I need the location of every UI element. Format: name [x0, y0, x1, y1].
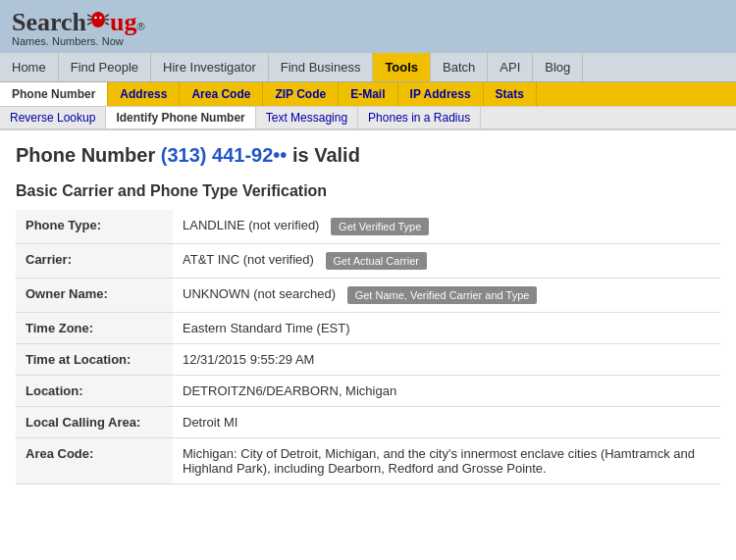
label-location: Location: [16, 376, 173, 407]
svg-point-8 [94, 17, 96, 19]
get-actual-carrier-button[interactable]: Get Actual Carrier [326, 252, 427, 270]
label-area-code: Area Code: [16, 438, 173, 484]
table-row: Time Zone: Eastern Standard Time (EST) [16, 313, 720, 344]
subnav2-identify-phone[interactable]: Identify Phone Number [106, 107, 255, 128]
title-prefix: Phone Number [16, 144, 155, 166]
label-time-at-location: Time at Location: [16, 344, 173, 376]
subnav1-phone-number[interactable]: Phone Number [0, 82, 108, 106]
subnav1-area-code[interactable]: Area Code [180, 82, 263, 106]
nav-batch[interactable]: Batch [431, 53, 488, 81]
label-phone-type: Phone Type: [16, 210, 173, 244]
table-row: Owner Name: UNKNOWN (not searched) Get N… [16, 279, 720, 313]
nav-find-business[interactable]: Find Business [269, 53, 374, 81]
get-name-verified-button[interactable]: Get Name, Verified Carrier and Type [347, 286, 538, 304]
subnav1-address[interactable]: Address [108, 82, 180, 106]
svg-line-5 [105, 15, 109, 17]
svg-line-4 [87, 23, 91, 25]
label-time-zone: Time Zone: [16, 313, 173, 344]
title-suffix: is Valid [292, 144, 360, 166]
subnav1-zip-code[interactable]: ZIP Code [263, 82, 339, 106]
logo: Search ug ® Names. Numbers. Now [12, 8, 145, 47]
value-phone-type: LANDLINE (not verified) Get Verified Typ… [173, 210, 720, 244]
subnav2-text-messaging[interactable]: Text Messaging [256, 107, 358, 128]
logo-text-bug: ug [110, 8, 136, 37]
page-title: Phone Number (313) 441-92•• is Valid [16, 144, 720, 167]
sub-navigation-1: Phone Number Address Area Code ZIP Code … [0, 82, 736, 107]
subnav2-phones-radius[interactable]: Phones in a Radius [358, 107, 481, 128]
table-row: Carrier: AT&T INC (not verified) Get Act… [16, 244, 720, 279]
subnav1-email[interactable]: E-Mail [339, 82, 397, 106]
subnav2-reverse-lookup[interactable]: Reverse Lookup [0, 107, 106, 128]
subnav1-stats[interactable]: Stats [484, 82, 537, 106]
nav-hire-investigator[interactable]: Hire Investigator [151, 53, 269, 81]
value-carrier: AT&T INC (not verified) Get Actual Carri… [173, 244, 720, 279]
value-area-code: Michigan: City of Detroit, Michigan, and… [173, 438, 720, 484]
svg-point-0 [91, 12, 105, 27]
section-title: Basic Carrier and Phone Type Verificatio… [16, 182, 720, 200]
nav-blog[interactable]: Blog [533, 53, 583, 81]
svg-line-2 [87, 15, 91, 17]
logo-registered: ® [137, 21, 145, 32]
value-local-calling-area: Detroit MI [173, 407, 720, 438]
table-row: Area Code: Michigan: City of Detroit, Mi… [16, 438, 720, 484]
main-content: Phone Number (313) 441-92•• is Valid Bas… [0, 130, 736, 498]
value-time-at-location: 12/31/2015 9:55:29 AM [173, 344, 720, 376]
label-local-calling-area: Local Calling Area: [16, 407, 173, 438]
value-owner-name: UNKNOWN (not searched) Get Name, Verifie… [173, 279, 720, 313]
logo-text-search: Search [12, 8, 86, 37]
nav-home[interactable]: Home [0, 53, 59, 81]
get-verified-type-button[interactable]: Get Verified Type [331, 218, 429, 235]
sub-navigation-2: Reverse Lookup Identify Phone Number Tex… [0, 107, 736, 130]
info-table: Phone Type: LANDLINE (not verified) Get … [16, 210, 720, 484]
table-row: Local Calling Area: Detroit MI [16, 407, 720, 438]
subnav1-ip-address[interactable]: IP Address [398, 82, 484, 106]
nav-api[interactable]: API [488, 53, 533, 81]
nav-tools[interactable]: Tools [373, 53, 431, 81]
table-row: Phone Type: LANDLINE (not verified) Get … [16, 210, 720, 244]
value-time-zone: Eastern Standard Time (EST) [173, 313, 720, 344]
svg-line-7 [105, 23, 109, 25]
site-header: Search ug ® Names. Numbers. Now [0, 0, 736, 53]
table-row: Time at Location: 12/31/2015 9:55:29 AM [16, 344, 720, 376]
phone-number-display: (313) 441-92•• [161, 144, 288, 166]
nav-find-people[interactable]: Find People [59, 53, 151, 81]
value-location: DETROITZN6/DEARBORN, Michigan [173, 376, 720, 407]
svg-point-9 [99, 17, 101, 19]
label-owner-name: Owner Name: [16, 279, 173, 313]
main-navigation: Home Find People Hire Investigator Find … [0, 53, 736, 82]
bug-icon [87, 7, 109, 28]
table-row: Location: DETROITZN6/DEARBORN, Michigan [16, 376, 720, 407]
label-carrier: Carrier: [16, 244, 173, 279]
logo-tagline: Names. Numbers. Now [12, 35, 145, 47]
